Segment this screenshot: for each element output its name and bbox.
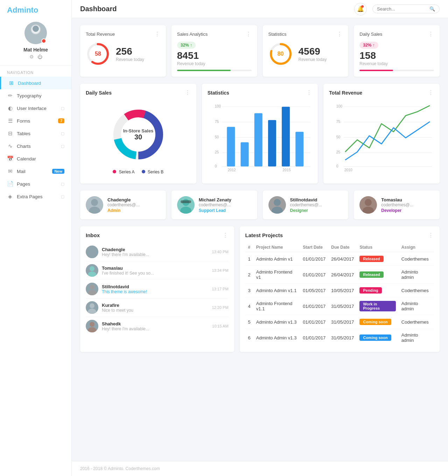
cell-project-name: Adminto Frontend v1.1 bbox=[253, 297, 300, 315]
line-menu[interactable]: ⋮ bbox=[428, 89, 434, 96]
person-info-0: Chadengle coderthemes@... Admin bbox=[107, 197, 140, 213]
legend-dot-a bbox=[113, 170, 116, 173]
inbox-info-4: Shahedk Hey! there I'm available... bbox=[102, 321, 209, 331]
projects-table: # Project Name Start Date Due Date Statu… bbox=[245, 243, 434, 346]
person-name-1: Michael Zenaty bbox=[199, 197, 231, 202]
expand-icon-tables: ▢ bbox=[61, 131, 64, 136]
inbox-header: Inbox ⋮ bbox=[86, 232, 229, 239]
cell-status: Work in Progress bbox=[357, 297, 398, 315]
svg-text:0: 0 bbox=[336, 164, 338, 168]
inbox-name-1: Tomaslau bbox=[102, 265, 208, 271]
svg-text:100: 100 bbox=[215, 104, 221, 108]
table-row: 5 Adminto Admin v1.3 01/01/2017 31/05/20… bbox=[245, 315, 434, 329]
donut-menu[interactable]: ⋮ bbox=[185, 89, 191, 96]
inbox-time-4: 10:15 AM bbox=[212, 324, 228, 328]
stat-menu-stats[interactable]: ⋮ bbox=[337, 31, 343, 37]
search-input[interactable] bbox=[377, 6, 429, 12]
daily-sub: Revenue today bbox=[359, 61, 388, 66]
sidebar-item-extra-pages[interactable]: ◈ Extra Pages ▢ bbox=[0, 190, 71, 203]
sidebar-item-typography[interactable]: ✏ Typography bbox=[0, 89, 71, 102]
settings-icon[interactable]: ⚙ bbox=[29, 54, 34, 60]
cell-start: 01/01/2017 bbox=[300, 297, 328, 315]
sidebar-label-calendar: Calendar bbox=[17, 156, 36, 161]
svg-text:30: 30 bbox=[134, 133, 142, 141]
inbox-item-3[interactable]: Kurafire Nice to meet you 12:20 PM bbox=[86, 298, 229, 317]
status-badge: Pending bbox=[359, 287, 382, 294]
cell-assign: Coderthemes bbox=[399, 252, 434, 266]
notification-bell[interactable]: 🔔 bbox=[354, 3, 367, 15]
inbox-item-0[interactable]: Chadengle Hey! there I'm available... 13… bbox=[86, 243, 229, 261]
sidebar-item-calendar[interactable]: 📅 Calendar bbox=[0, 152, 71, 165]
sidebar-item-pages[interactable]: 📄 Pages ▢ bbox=[0, 178, 71, 190]
person-card-2: Stillnotdavid coderthemes@... Designer bbox=[263, 191, 349, 219]
donut-svg: In-Store Sales 30 bbox=[107, 103, 170, 166]
inbox-info-2: Stillnotdavid This theme is awesome! bbox=[102, 284, 208, 294]
bar-title: Statistics bbox=[208, 90, 229, 96]
inbox-msg-2: This theme is awesome! bbox=[102, 289, 208, 294]
inbox-item-4[interactable]: Shahedk Hey! there I'm available... 10:1… bbox=[86, 317, 229, 335]
stat-menu-sales[interactable]: ⋮ bbox=[246, 31, 252, 37]
svg-point-44 bbox=[89, 207, 100, 214]
svg-point-3 bbox=[33, 26, 39, 32]
bar-menu[interactable]: ⋮ bbox=[306, 89, 312, 96]
cell-status: Coming soon bbox=[357, 315, 398, 329]
table-row: 1 Adminto Admin v1 01/01/2017 26/04/2017… bbox=[245, 252, 434, 266]
svg-point-46 bbox=[180, 207, 191, 214]
sidebar-label-typography: Typography bbox=[17, 93, 42, 98]
svg-text:25: 25 bbox=[215, 150, 219, 154]
inbox-info-3: Kurafire Nice to meet you bbox=[102, 303, 208, 313]
svg-text:25: 25 bbox=[336, 150, 341, 154]
inbox-avatar-4 bbox=[86, 320, 98, 332]
inbox-avatar-0 bbox=[86, 246, 98, 258]
inbox-menu[interactable]: ⋮ bbox=[223, 232, 229, 239]
stat-card-daily: Daily Sales ⋮ 32% ↑ 158 Revenue today bbox=[354, 25, 440, 77]
top-bar: Dashboard 🔔 🔍 bbox=[72, 0, 448, 18]
line-title: Total Revenue bbox=[329, 90, 362, 96]
inbox-name-2: Stillnotdavid bbox=[102, 284, 208, 289]
svg-text:2015: 2015 bbox=[282, 168, 290, 172]
sidebar-item-dashboard[interactable]: ⊞ Dashboard bbox=[0, 77, 71, 89]
svg-text:75: 75 bbox=[336, 120, 341, 124]
content-area: Total Revenue ⋮ 58 256 Revenue today bbox=[72, 18, 448, 461]
profile-name: Mat Helme bbox=[23, 47, 48, 53]
svg-point-59 bbox=[88, 309, 96, 314]
power-icon[interactable]: ⏻ bbox=[37, 54, 42, 60]
cell-assign: Coderthemes bbox=[399, 284, 434, 297]
person-name-3: Tomaslau bbox=[381, 197, 413, 202]
cell-project-name: Adminto Admin v1.3 bbox=[253, 329, 300, 347]
stat-menu-daily[interactable]: ⋮ bbox=[428, 31, 434, 37]
sidebar-item-mail[interactable]: ✉ Mail New bbox=[0, 165, 71, 178]
svg-point-54 bbox=[90, 266, 94, 271]
svg-point-48 bbox=[274, 199, 281, 206]
svg-text:75: 75 bbox=[215, 120, 219, 124]
person-avatar-2 bbox=[268, 196, 286, 214]
ui-icon: ◐ bbox=[7, 105, 13, 111]
sidebar-item-charts[interactable]: ∿ Charts ▢ bbox=[0, 140, 71, 152]
svg-point-52 bbox=[90, 248, 94, 253]
sidebar-item-forms[interactable]: ☰ Forms 7 bbox=[0, 115, 71, 127]
stat-menu-revenue[interactable]: ⋮ bbox=[154, 31, 160, 37]
pages-icon: 📄 bbox=[7, 181, 13, 187]
person-card-0: Chadengle coderthemes@... Admin bbox=[80, 191, 166, 219]
svg-rect-29 bbox=[295, 132, 303, 166]
typography-icon: ✏ bbox=[7, 92, 13, 99]
expand-icon-pages: ▢ bbox=[61, 182, 64, 186]
person-info-2: Stillnotdavid coderthemes@... Designer bbox=[290, 197, 322, 213]
projects-menu[interactable]: ⋮ bbox=[428, 232, 434, 239]
sidebar-label-dashboard: Dashboard bbox=[18, 81, 41, 86]
svg-text:2010: 2010 bbox=[344, 168, 352, 172]
inbox-item-2[interactable]: Stillnotdavid This theme is awesome! 13:… bbox=[86, 280, 229, 298]
cell-status: Released bbox=[357, 266, 398, 284]
inbox-time-0: 13:40 PM bbox=[212, 250, 228, 254]
cell-num: 2 bbox=[245, 266, 253, 284]
inbox-item-1[interactable]: Tomaslau I've finished it! See you so...… bbox=[86, 261, 229, 280]
sidebar-item-tables[interactable]: ⊟ Tables ▢ bbox=[0, 127, 71, 140]
cell-assign: Adminto admin bbox=[399, 297, 434, 315]
expand-icon-charts: ▢ bbox=[61, 144, 64, 149]
sidebar-item-user-interface[interactable]: ◐ User Interface ▢ bbox=[0, 102, 71, 115]
line-chart-card: Total Revenue ⋮ 100 75 50 25 0 bbox=[323, 84, 440, 184]
revenue-circle-value: 58 bbox=[95, 51, 101, 57]
col-assign: Assign bbox=[399, 243, 434, 252]
cell-due: 31/05/2017 bbox=[328, 329, 357, 347]
person-info-3: Tomaslau coderthemes@... Developer bbox=[381, 197, 413, 213]
